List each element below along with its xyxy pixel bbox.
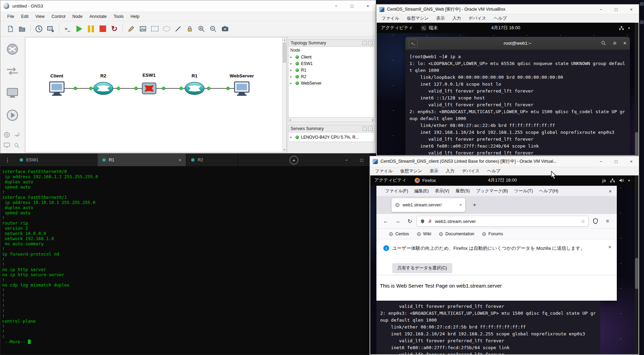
activities-button[interactable]: アクティビティ — [370, 175, 411, 185]
expand-icon[interactable]: ▸ — [290, 62, 293, 65]
current-app[interactable]: Firefox — [411, 175, 440, 185]
scroll-up-icon[interactable]: ▴ — [282, 37, 287, 42]
close-icon[interactable]: × — [624, 156, 639, 167]
client-terminal-window[interactable]: valid_lft forever preferred_lft forever … — [376, 301, 600, 354]
expand-icon[interactable]: ▸ — [290, 135, 293, 139]
console-connect-button[interactable]: >_ — [62, 23, 73, 35]
start-button[interactable] — [73, 23, 85, 35]
panel-close-icon[interactable]: × — [368, 41, 372, 45]
current-app[interactable]: >_端末 — [417, 23, 442, 33]
tree-item[interactable]: ▸ESW1 — [289, 60, 374, 67]
server-item[interactable]: ▸LENOVO-B42Y CPU 5.7%, R... — [289, 134, 374, 140]
host-taskbar-icon[interactable] — [640, 20, 644, 24]
scroll-thumb[interactable] — [635, 258, 638, 289]
topology-canvas[interactable]: Client R2 ESW1 R1 WebServer ▴ ▾ — [25, 37, 287, 152]
zoom-tool-button[interactable] — [14, 142, 21, 150]
menu-file[interactable]: ファイル — [378, 15, 403, 22]
panel-float-icon[interactable]: □ — [363, 41, 367, 45]
clock[interactable]: 4月17日 16:00 — [491, 25, 520, 31]
menu-edit[interactable]: 編集(E) — [411, 187, 432, 195]
menu-view[interactable]: 表示 — [426, 168, 442, 175]
r1-console-terminal[interactable]: interface FastEthernet0/0 ip address 192… — [0, 166, 369, 355]
system-tray[interactable]: ▾ — [619, 26, 635, 30]
minimize-icon[interactable]: − — [593, 156, 609, 167]
menu-file[interactable]: ファイル — [371, 168, 396, 175]
maximize-icon[interactable]: □ — [354, 154, 369, 166]
add-note-button[interactable] — [125, 23, 137, 35]
cloud-node-button[interactable] — [14, 131, 21, 140]
tab-close-icon[interactable]: × — [459, 203, 462, 207]
choose-shared-data-button[interactable]: 共有するデータを選択(C) — [392, 263, 452, 273]
insecure-lock-icon[interactable] — [428, 219, 432, 224]
activities-button[interactable]: アクティビティ — [377, 23, 417, 33]
tab-esw1[interactable]: ESW1 — [15, 154, 97, 166]
menu-machine[interactable]: 仮想マシン — [396, 168, 426, 175]
menu-view[interactable]: 表示 — [433, 15, 449, 22]
scroll-thumb[interactable] — [635, 132, 638, 155]
menu-node[interactable]: Node — [69, 13, 86, 20]
node-r1[interactable] — [185, 82, 204, 95]
node-webserver[interactable] — [235, 82, 249, 96]
menu-bookmarks[interactable]: ブックマーク(B) — [473, 187, 511, 195]
menu-file[interactable]: File — [4, 13, 18, 20]
bookmark-documentation[interactable]: Documentation — [436, 230, 477, 237]
draw-line-button[interactable] — [172, 23, 184, 35]
menu-help[interactable]: ヘルプ — [490, 15, 511, 22]
draw-rectangle-button[interactable] — [149, 23, 160, 35]
menu-help[interactable]: Help — [127, 13, 143, 20]
scroll-left-icon[interactable]: ◂ — [289, 118, 291, 121]
protections-icon[interactable] — [590, 216, 601, 226]
menu-view[interactable]: 表示(V) — [432, 187, 453, 195]
tree-item[interactable]: ▸Client — [289, 54, 374, 60]
suspend-button[interactable] — [85, 23, 97, 35]
hamburger-menu-icon[interactable]: ≡ — [602, 216, 613, 226]
panel-close-icon[interactable]: × — [368, 127, 372, 131]
panel-float-icon[interactable]: □ — [363, 127, 367, 131]
console-all-button[interactable] — [3, 142, 11, 150]
snapshot-button[interactable] — [33, 23, 45, 35]
expand-icon[interactable]: ▸ — [290, 68, 293, 72]
minimize-icon[interactable]: − — [328, 0, 344, 12]
insert-image-button[interactable] — [137, 23, 149, 35]
maximize-icon[interactable]: □ — [344, 0, 360, 12]
new-project-button[interactable] — [4, 23, 16, 35]
keyboard-layout[interactable]: ja — [602, 178, 606, 183]
new-terminal-tab-icon[interactable]: >_ — [409, 39, 418, 48]
forward-icon[interactable]: → — [393, 216, 403, 226]
tree-item[interactable]: ▸R2 — [289, 73, 374, 80]
panel-horizontal-scrollbar[interactable]: ◂▸ — [288, 118, 375, 122]
new-tab-button[interactable]: + — [290, 156, 298, 164]
web-terminal-headerbar[interactable]: >_ root@web1:~ ≡ × — [405, 37, 630, 50]
vbox-client-titlebar[interactable]: CentOS_Stream9_GNS_client (GNS3 Linked B… — [370, 156, 639, 167]
minimize-icon[interactable]: − — [593, 4, 609, 14]
bookmark-centos[interactable]: Centos — [386, 230, 412, 237]
bookmark-wiki[interactable]: Wiki — [414, 230, 434, 237]
menu-help[interactable]: ヘルプ(H) — [536, 187, 561, 195]
clock[interactable]: 4月17日 16:00 — [488, 177, 517, 183]
tab-close-icon[interactable]: × — [172, 158, 181, 163]
menu-input[interactable]: 入力 — [449, 15, 465, 22]
zoom-in-button[interactable] — [196, 23, 207, 35]
scroll-right-icon[interactable]: ▸ — [372, 118, 374, 121]
back-icon[interactable]: ← — [381, 216, 391, 226]
menu-file[interactable]: ファイル(F) — [382, 187, 411, 195]
reload-icon[interactable]: ↻ — [405, 216, 415, 226]
menu-help[interactable]: ヘルプ — [484, 168, 504, 175]
web-terminal-body[interactable]: [root@web1 ~]# ip a 1: lo: <LOOPBACK,UP,… — [405, 50, 630, 155]
hamburger-menu-icon[interactable]: ≡ — [613, 40, 616, 46]
menu-edit[interactable]: Edit — [18, 13, 32, 20]
menu-tools[interactable]: Tools — [110, 13, 127, 20]
menu-view[interactable]: View — [32, 13, 48, 20]
zoom-out-button[interactable] — [207, 23, 219, 35]
close-icon[interactable]: × — [624, 4, 639, 14]
menu-machine[interactable]: 仮想マシン — [403, 15, 432, 22]
search-icon[interactable] — [601, 41, 606, 46]
vbox-web-titlebar[interactable]: CentOS_Stream9_GNS_Web [実行中] - Oracle VM… — [376, 4, 639, 14]
snapshot-manager-button[interactable] — [45, 23, 56, 35]
browse-all-devices-button[interactable] — [4, 107, 20, 123]
menu-control[interactable]: Control — [48, 13, 69, 20]
menu-devices[interactable]: デバイス — [458, 168, 484, 175]
close-icon[interactable]: × — [360, 0, 376, 12]
servers-summary-header[interactable]: Servers Summary □× — [288, 125, 375, 132]
browse-routers-button[interactable] — [4, 41, 20, 57]
